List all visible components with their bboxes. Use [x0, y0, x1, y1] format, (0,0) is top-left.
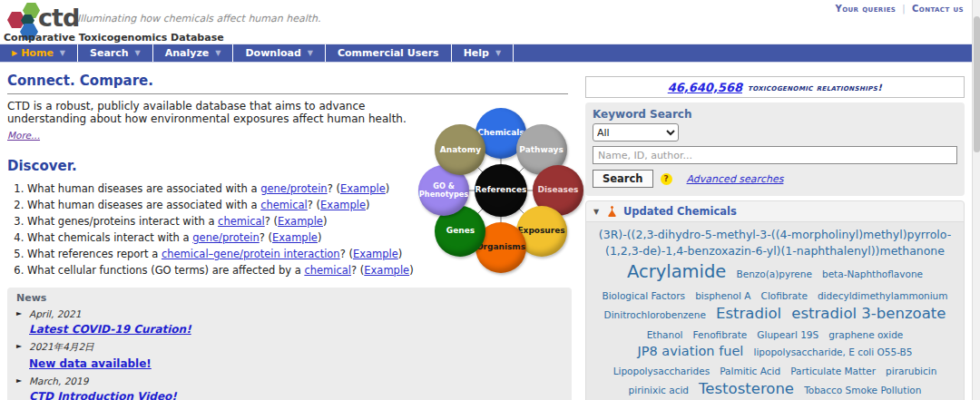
news-link[interactable]: New data available! [29, 357, 152, 370]
nav-item-label: Download [245, 47, 300, 59]
nav-item-analyze[interactable]: Analyze▼ [153, 44, 234, 62]
news-date: April, 2021 [29, 308, 563, 319]
bullet-triangle-icon: ► [16, 309, 22, 317]
chemical-tag-link[interactable]: Acrylamide [627, 259, 726, 285]
question-topic-link[interactable]: chemical [260, 199, 308, 211]
chemical-tag-link[interactable]: pirinixic acid [629, 384, 689, 397]
updated-chemicals-accordion: ▼ Updated Chemicals (3R)-((2,3-dihydro-5… [585, 200, 965, 400]
relationships-count-link[interactable]: 46,640,568 [668, 81, 742, 94]
discover-question: What references report a chemical–gene/p… [27, 249, 440, 261]
flask-icon [606, 206, 618, 218]
chemical-tag-link[interactable]: Tobacco Smoke Pollution [804, 384, 921, 397]
nav-item-help[interactable]: Help▼ [452, 44, 514, 62]
chemical-tag-link[interactable]: graphene oxide [828, 328, 903, 342]
chemical-tag-link[interactable]: lipopolysaccharide, E coli O55-B5 [753, 346, 912, 359]
tagline: Illuminating how chemicals affect human … [77, 13, 321, 24]
more-link[interactable]: More... [7, 130, 40, 141]
search-input[interactable] [593, 146, 957, 164]
chemical-tag-link[interactable]: Particulate Matter [790, 365, 876, 378]
your-queries-link[interactable]: Your queries [836, 4, 897, 14]
chemical-tag-link[interactable]: (3R)-((2,3-dihydro-5-methyl-3-((4-morpho… [598, 227, 952, 259]
question-topic-link[interactable]: gene/protein [260, 182, 328, 195]
nav-item-search[interactable]: Search▼ [78, 44, 153, 62]
chemical-tag-link[interactable]: Dinitrochlorobenzene [604, 308, 706, 322]
chemical-tag-link[interactable]: didecyldimethylammonium [818, 289, 948, 303]
chemical-tag-link[interactable]: Testosterone [699, 378, 794, 400]
chemical-tag-link[interactable]: beta-Naphthoflavone [822, 268, 923, 281]
updated-chemicals-header[interactable]: ▼ Updated Chemicals [586, 201, 964, 221]
link-separator: | [902, 4, 906, 14]
news-link[interactable]: Latest COVID-19 Curation! [29, 323, 191, 336]
chevron-down-icon: ▼ [215, 49, 220, 57]
news-title: News [16, 292, 563, 304]
question-suffix: ? [265, 215, 270, 228]
chemical-tag-link[interactable]: Lipopolysaccharides [613, 365, 710, 378]
logo-text[interactable]: ctd [38, 4, 79, 32]
news-item: ►March, 2019CTD Introduction Video! [16, 376, 563, 400]
question-text: What chemicals interact with a [27, 231, 192, 244]
question-text: What human diseases are associated with … [27, 182, 260, 195]
discover-question: What human diseases are associated with … [27, 200, 440, 212]
chemical-tag-link[interactable]: Biological Factors [602, 289, 685, 303]
top-header: ctd Illuminating how chemicals affect hu… [0, 0, 980, 43]
contact-us-link[interactable]: Contact us [912, 4, 964, 14]
example-link[interactable]: Example [353, 248, 398, 260]
chevron-down-icon: ▼ [135, 49, 141, 57]
chemical-tag-link[interactable]: Estradiol [716, 303, 781, 325]
chemical-tag-link[interactable]: Glupearl 19S [757, 328, 818, 342]
chemical-tag-link[interactable]: Ethanol [647, 328, 683, 342]
chemical-tag-link[interactable]: bisphenol A [695, 289, 750, 303]
search-button[interactable]: Search [593, 170, 653, 188]
page-scrollbar[interactable] [972, 0, 980, 400]
question-topic-link[interactable]: chemical–gene/protein interaction [162, 248, 340, 260]
top-utility-links: Your queries|Contact us [836, 4, 965, 14]
chevron-down-icon: ▼ [593, 208, 606, 216]
question-topic-link[interactable]: gene/protein [192, 231, 260, 244]
keyword-search-panel: Keyword Search All Search ? Advanced sea… [585, 102, 965, 196]
example-parens: (Example) [348, 248, 402, 260]
sidebar: 46,640,568 toxicogenomic relationships! … [585, 76, 965, 400]
news-item: ►2021年4月2日New data available! [16, 341, 563, 371]
nav-item-home[interactable]: ▶Home▼ [0, 44, 78, 62]
discover-question: What cellular functions (GO terms) are a… [27, 265, 440, 278]
question-text: What human diseases are associated with … [27, 199, 260, 211]
example-link[interactable]: Example [320, 199, 366, 211]
example-link[interactable]: Example [272, 231, 318, 244]
news-link[interactable]: CTD Introduction Video! [29, 390, 177, 400]
example-parens: (Example) [274, 215, 328, 228]
diagram-node-references[interactable]: References [475, 164, 527, 217]
chevron-down-icon: ▼ [495, 49, 501, 57]
relationships-banner-text: toxicogenomic relationships! [748, 83, 882, 93]
chemical-tag-link[interactable]: Clofibrate [761, 289, 808, 303]
nav-item-label: Analyze [165, 47, 210, 59]
example-link[interactable]: Example [278, 215, 323, 228]
question-topic-link[interactable]: chemical [218, 215, 265, 228]
discover-question: What genes/proteins interact with a chem… [27, 216, 440, 229]
bullet-triangle-icon: ► [16, 342, 22, 350]
connect-heading: Connect. Compare. [7, 73, 572, 89]
question-suffix: ? [351, 264, 357, 277]
example-link[interactable]: Example [340, 182, 386, 195]
chemical-tag-link[interactable]: JP8 aviation fuel [638, 342, 744, 361]
advanced-searches-link[interactable]: Advanced searches [687, 173, 784, 185]
chemical-tag-link[interactable]: Palmitic Acid [720, 365, 780, 378]
chemical-tag-link[interactable]: estradiol 3-benzoate [791, 303, 946, 325]
intro-text: CTD is a robust, publicly available data… [7, 100, 434, 125]
nav-item-label: Help [464, 47, 489, 59]
scrollbar-thumb[interactable] [974, 16, 980, 152]
nav-item-label: Commercial Users [338, 47, 439, 59]
example-link[interactable]: Example [364, 264, 409, 277]
chemical-tag-link[interactable]: Fenofibrate [693, 328, 748, 342]
search-category-select[interactable]: All [593, 123, 679, 141]
nav-item-commercial-users[interactable]: Commercial Users [326, 44, 452, 62]
question-text: What cellular functions (GO terms) are a… [27, 264, 304, 277]
news-date: March, 2019 [29, 376, 563, 386]
discover-question: What human diseases are associated with … [27, 183, 440, 196]
question-topic-link[interactable]: chemical [304, 264, 351, 277]
chemical-tag-link[interactable]: pirarubicin [886, 365, 936, 378]
question-suffix: ? [260, 231, 265, 244]
nav-item-label: Search [90, 47, 129, 59]
nav-item-download[interactable]: Download▼ [233, 44, 325, 62]
help-icon[interactable]: ? [661, 173, 672, 185]
chemical-tag-link[interactable]: Benzo(a)pyrene [736, 268, 811, 281]
